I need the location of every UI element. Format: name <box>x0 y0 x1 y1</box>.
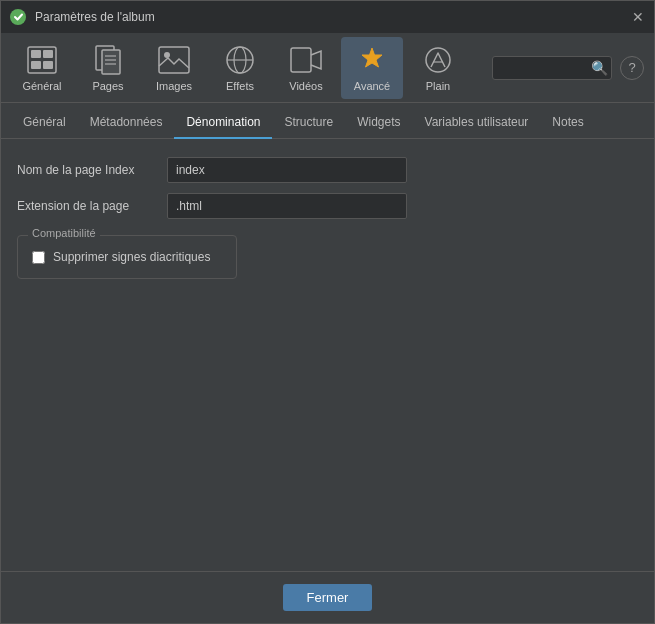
toolbar-item-general[interactable]: Général <box>11 37 73 99</box>
toolbar-items: Général Pages <box>11 37 492 99</box>
toolbar-item-avance[interactable]: Avancé <box>341 37 403 99</box>
svg-rect-4 <box>31 61 41 69</box>
window: Paramètres de l'album ✕ Général <box>0 0 655 624</box>
toolbar-item-effets[interactable]: Effets <box>209 37 271 99</box>
toolbar-item-videos[interactable]: Vidéos <box>275 37 337 99</box>
tab-general[interactable]: Général <box>11 109 78 139</box>
index-page-label: Nom de la page Index <box>17 163 157 177</box>
index-page-row: Nom de la page Index <box>17 157 638 183</box>
toolbar-right: 🔍 ? <box>492 56 644 80</box>
title-bar: Paramètres de l'album ✕ <box>1 1 654 33</box>
svg-point-17 <box>426 48 450 72</box>
footer: Fermer <box>1 571 654 623</box>
svg-rect-11 <box>159 47 189 73</box>
general-icon <box>26 44 58 76</box>
svg-rect-2 <box>31 50 41 58</box>
close-window-button[interactable]: ✕ <box>630 9 646 25</box>
extension-label: Extension de la page <box>17 199 157 213</box>
toolbar-effets-label: Effets <box>226 80 254 92</box>
svg-point-12 <box>164 52 170 58</box>
toolbar-general-label: Général <box>22 80 61 92</box>
plain-icon <box>422 44 454 76</box>
suppress-diacritics-label[interactable]: Supprimer signes diacritiques <box>53 250 210 264</box>
tab-widgets[interactable]: Widgets <box>345 109 412 139</box>
tab-metadonnees[interactable]: Métadonnées <box>78 109 175 139</box>
toolbar-videos-label: Vidéos <box>289 80 322 92</box>
effets-icon <box>224 44 256 76</box>
svg-rect-16 <box>291 48 311 72</box>
toolbar-plain-label: Plain <box>426 80 450 92</box>
toolbar-pages-label: Pages <box>92 80 123 92</box>
images-icon <box>158 44 190 76</box>
toolbar: Général Pages <box>1 33 654 103</box>
help-button[interactable]: ? <box>620 56 644 80</box>
suppress-diacritics-checkbox[interactable] <box>32 251 45 264</box>
pages-icon <box>92 44 124 76</box>
close-button[interactable]: Fermer <box>283 584 373 611</box>
videos-icon <box>290 44 322 76</box>
tab-structure[interactable]: Structure <box>272 109 345 139</box>
tab-bar: Général Métadonnées Dénomination Structu… <box>1 103 654 139</box>
svg-point-0 <box>10 9 26 25</box>
toolbar-item-pages[interactable]: Pages <box>77 37 139 99</box>
content-area: Nom de la page Index Extension de la pag… <box>1 139 654 571</box>
svg-rect-5 <box>43 61 53 69</box>
toolbar-item-images[interactable]: Images <box>143 37 205 99</box>
toolbar-item-plain[interactable]: Plain <box>407 37 469 99</box>
suppress-diacritics-row: Supprimer signes diacritiques <box>32 250 222 264</box>
search-wrapper: 🔍 <box>492 56 612 80</box>
extension-input[interactable] <box>167 193 407 219</box>
window-title: Paramètres de l'album <box>35 10 630 24</box>
compatibility-legend: Compatibilité <box>28 227 100 239</box>
tab-denomination[interactable]: Dénomination <box>174 109 272 139</box>
svg-rect-7 <box>102 50 120 74</box>
avance-icon <box>356 44 388 76</box>
toolbar-avance-label: Avancé <box>354 80 391 92</box>
svg-rect-3 <box>43 50 53 58</box>
extension-row: Extension de la page <box>17 193 638 219</box>
tab-variables[interactable]: Variables utilisateur <box>413 109 541 139</box>
index-page-input[interactable] <box>167 157 407 183</box>
search-icon[interactable]: 🔍 <box>591 60 608 76</box>
app-icon <box>9 8 27 26</box>
tab-notes[interactable]: Notes <box>540 109 595 139</box>
toolbar-images-label: Images <box>156 80 192 92</box>
compatibility-group: Compatibilité Supprimer signes diacritiq… <box>17 235 237 279</box>
